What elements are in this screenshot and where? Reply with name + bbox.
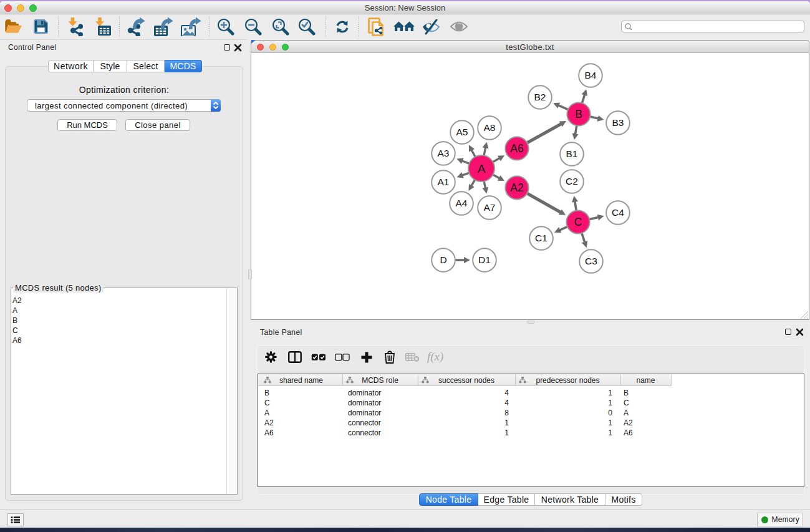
- svg-text:A6: A6: [510, 142, 523, 155]
- svg-text:A1: A1: [438, 177, 450, 187]
- svg-text:B2: B2: [534, 92, 546, 102]
- svg-text:D: D: [440, 254, 446, 265]
- svg-text:C: C: [574, 216, 582, 228]
- svg-text:C2: C2: [566, 176, 578, 186]
- svg-text:B4: B4: [585, 70, 597, 80]
- svg-text:A8: A8: [484, 122, 496, 133]
- svg-text:A3: A3: [438, 148, 450, 158]
- svg-text:C4: C4: [612, 207, 624, 218]
- svg-text:A4: A4: [456, 198, 468, 208]
- svg-text:B1: B1: [566, 148, 578, 159]
- svg-text:A7: A7: [484, 202, 496, 213]
- svg-text:B: B: [575, 108, 582, 120]
- svg-text:A: A: [478, 162, 486, 175]
- svg-text:B3: B3: [612, 117, 624, 128]
- svg-text:A2: A2: [510, 181, 523, 194]
- svg-text:C1: C1: [535, 233, 547, 243]
- svg-text:A5: A5: [456, 127, 468, 137]
- svg-text:D1: D1: [478, 254, 491, 265]
- svg-text:C3: C3: [585, 256, 597, 266]
